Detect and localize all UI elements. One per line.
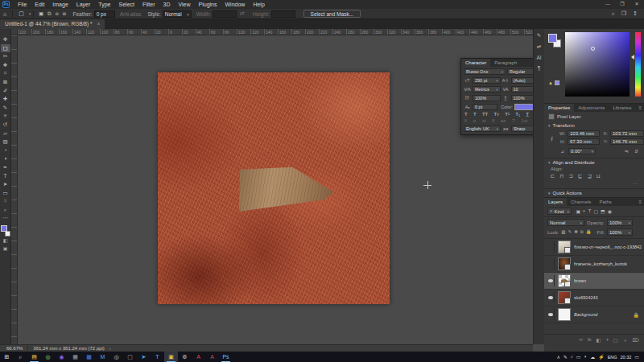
current-tool-icon[interactable]: ▢ [15,10,27,17]
taskbar-app-icon[interactable]: ➤ [137,352,151,362]
layer-row[interactable]: Background 🔒 [544,306,644,323]
color-picker-marker[interactable] [591,47,595,51]
tool-button[interactable]: ✒ [1,163,10,172]
taskbar-app-icon[interactable]: ◍ [41,352,55,362]
opentype-icon[interactable]: T [512,118,515,123]
tab-channels[interactable]: Channels [567,198,595,206]
layer-row[interactable]: brown [544,273,644,290]
height-input[interactable]: 67.30 mm [568,138,600,145]
toolbar-right-icon[interactable]: ↥ [630,10,641,17]
dock-panel-icon[interactable]: ✎ [537,32,541,39]
align-icon[interactable]: ⊔ [597,173,601,179]
photoshop-logo[interactable]: Ps [2,1,10,8]
selection-mode-icon[interactable]: ⧉ [46,10,54,17]
tray-icon[interactable]: ✎ [564,354,568,360]
layer-row[interactable]: sloi6504243 [544,290,644,306]
layer-thumbnail[interactable] [558,291,571,304]
tray-icon[interactable]: ▭ [576,354,581,360]
type-style-icon[interactable]: TT [482,112,488,117]
type-style-icon[interactable]: T [473,112,477,117]
layer-filter-icon[interactable]: ▢ [592,208,600,214]
menu-item[interactable]: Window [221,0,250,9]
taskbar-app-icon[interactable]: ▢ [123,352,137,362]
horizontal-ruler[interactable]: 2202001801601401201008060402002040608010… [18,29,533,35]
layer-thumbnail[interactable] [558,308,571,321]
menu-item[interactable]: View [175,0,195,9]
tool-button[interactable]: ▨ [1,138,10,146]
status-chevron-icon[interactable]: › [109,346,111,351]
gamut-swatch[interactable] [555,80,559,85]
height-input[interactable] [271,10,295,18]
layers-footer-icon[interactable]: ⌦ [633,337,639,344]
swap-dimensions-icon[interactable]: ⇄ [237,10,248,17]
quick-actions-title[interactable]: Quick Actions [553,191,582,195]
menu-item[interactable]: Filter [138,0,159,9]
window-control-button[interactable]: ❐ [615,0,630,9]
menu-item[interactable]: Plugins [195,0,221,9]
opentype-icon[interactable]: aa [501,118,506,123]
layer-filter-icon[interactable]: ◐ [582,208,588,214]
menu-item[interactable]: File [14,0,31,9]
tool-button[interactable]: ⌗ [1,69,10,78]
tab-libraries[interactable]: Libraries [609,104,635,112]
layers-footer-icon[interactable]: fx [588,337,592,344]
visibility-toggle[interactable] [547,309,555,320]
align-icon[interactable]: ⊑ [578,173,582,179]
tab-properties[interactable]: Properties [544,104,574,112]
layers-footer-icon[interactable]: ▢ [613,337,618,344]
canvas-pasteboard[interactable]: Character Paragraph ≡ Russo One▾ Regular… [12,35,533,344]
tool-button[interactable]: ✥ [1,35,10,44]
tab-paragraph[interactable]: Paragraph [490,59,521,67]
x-input[interactable]: 103.72 mm [610,130,644,137]
layers-footer-icon[interactable]: ∞ [580,337,583,344]
tool-button[interactable]: ⌕ [1,206,10,215]
close-tab-icon[interactable]: × [97,19,100,29]
menu-item[interactable]: Image [48,0,72,9]
style-select[interactable]: Normal▾ [163,10,192,18]
flip-vertical-icon[interactable]: ⇵ [633,149,640,154]
taskbar-app-icon[interactable]: ▩ [82,352,96,362]
toolbar-right-icon[interactable]: ⌕ [609,10,618,17]
width-input[interactable] [213,10,237,18]
selection-mode-icon[interactable]: ⧇ [60,10,68,17]
tool-button[interactable]: ✎ [1,104,10,113]
type-style-icon[interactable]: T̲ [526,112,529,117]
type-style-icon[interactable]: T₁ [515,112,520,117]
opentype-icon[interactable]: 1st [521,118,527,123]
tool-button[interactable]: ➤ [1,180,10,189]
taskbar-app-icon[interactable]: ◉ [55,352,68,362]
tool-button[interactable]: ◑ [1,154,10,163]
tab-layers[interactable]: Layers [544,198,567,206]
feather-input[interactable]: 0 px [94,10,115,18]
width-input[interactable]: 103.46 mm [568,130,600,137]
dock-panel-icon[interactable]: ⇄ [537,43,541,50]
opentype-icon[interactable]: fi [464,118,467,123]
flip-horizontal-icon[interactable]: ⇋ [623,149,630,154]
align-icon[interactable]: ⊒ [587,173,591,179]
tool-button[interactable]: ▱ [1,130,10,138]
tray-icon[interactable]: ☁ [590,354,595,360]
tab-paths[interactable]: Paths [595,198,615,206]
notification-center-icon[interactable]: ▭ [634,354,639,360]
tab-character[interactable]: Character [461,59,490,67]
layer-thumbnail[interactable] [558,274,571,287]
taskbar-app-icon[interactable]: ⊞ [0,352,14,362]
lock-icon[interactable]: ✥ [574,229,578,235]
type-style-icon[interactable]: Tᴛ [494,112,499,117]
taskbar-app-icon[interactable]: ⚙ [178,352,192,362]
canvas-image-leather-texture[interactable] [158,72,390,304]
tray-icon[interactable]: ∧ [556,354,559,360]
lock-icon[interactable]: ✎ [568,229,572,235]
align-section-title[interactable]: Align and Distribute [553,160,595,165]
vertical-scale-input[interactable]: 100% [473,95,501,101]
lock-icon[interactable]: 🔒 [586,229,592,235]
layer-row[interactable]: hranenie_kozhanyh_kurtok [544,256,644,273]
opentype-icon[interactable]: ﬂ [492,118,494,123]
layers-footer-icon[interactable]: ◧ [597,337,601,344]
panel-menu-icon[interactable]: ≡ [638,104,644,112]
select-and-mask-button[interactable]: Select and Mask... [303,10,361,18]
menu-item[interactable]: Select [115,0,138,9]
align-icon[interactable]: ⊓ [559,173,564,179]
opacity-select[interactable]: 100%▾ [607,219,633,226]
vertical-ruler[interactable] [11,35,18,344]
